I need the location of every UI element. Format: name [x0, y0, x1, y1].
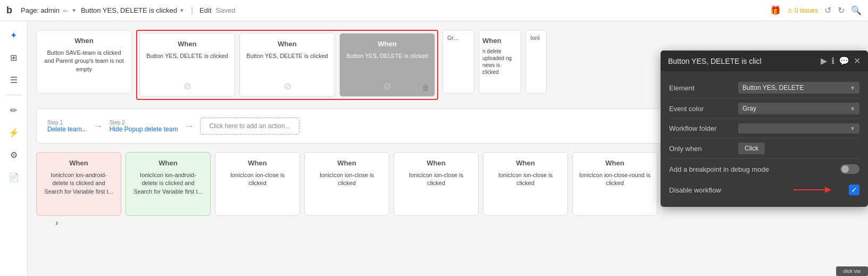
- issues-count: 0 issues: [795, 7, 818, 14]
- element-caret: ▼: [850, 85, 855, 91]
- panel-title: Button YES, DELETE is clicl: [668, 57, 821, 65]
- bottom-card-6[interactable]: When IonicIcon ion-close is clicked: [483, 152, 568, 216]
- bottom-card-4[interactable]: When IonicIcon ion-close is clicked: [304, 152, 389, 216]
- element-select[interactable]: Button YES, DELETE ▼: [738, 82, 859, 94]
- bottom-card-5-body: IonicIcon ion-close is clicked: [400, 171, 472, 188]
- page-selector[interactable]: Page: admin ← ▼: [21, 6, 77, 15]
- breakpoint-row: Add a breakpoint in debug mode: [669, 159, 859, 179]
- sidebar-divider-1: [6, 95, 22, 95]
- search-icon[interactable]: 🔍: [851, 5, 862, 15]
- canvas: When Button SAVE-team is clicked and Par…: [28, 21, 868, 276]
- only-when-click-button[interactable]: Click: [738, 143, 765, 154]
- panel-info-button[interactable]: ℹ: [831, 56, 834, 66]
- bottom-card-7[interactable]: When IonicIcon ion-close-round is clicke…: [572, 152, 657, 216]
- disable-workflow-row: Disable workflow ✓: [669, 179, 859, 200]
- sidebar-item-edit[interactable]: ✏: [4, 101, 23, 120]
- bottom-card-7-body: IonicIcon ion-close-round is clicked: [579, 171, 650, 188]
- bottom-card-1-title: When: [69, 159, 88, 167]
- toggle-knob: [841, 165, 849, 173]
- panel-chat-button[interactable]: 💬: [839, 56, 849, 66]
- event-color-label: Event color: [669, 105, 738, 113]
- workflow-folder-row: Workflow folder ▼: [669, 119, 859, 138]
- ban-icon-3: ⊘: [283, 80, 291, 92]
- workflow-name: Button YES, DELETE is clicked: [81, 6, 177, 14]
- undo-icon[interactable]: ↺: [824, 5, 831, 15]
- workflow-folder-control[interactable]: ▼: [738, 123, 859, 133]
- page-arrow-indicator: ←: [62, 6, 69, 15]
- bottom-card-1[interactable]: When IonicIcon ion-android-delete is cli…: [36, 152, 121, 216]
- sidebar-item-data[interactable]: ☰: [4, 70, 23, 89]
- trash-icon-4[interactable]: 🗑: [422, 83, 429, 92]
- workflow-card-3[interactable]: When Button YES, DELETE is clicked ⊘: [239, 33, 335, 97]
- page-caret: ▼: [71, 7, 77, 13]
- workflow-card-1[interactable]: When Button SAVE-team is clicked and Par…: [36, 30, 132, 94]
- issues-badge[interactable]: ⚠ 0 issues: [787, 7, 818, 14]
- topbar: b Page: admin ← ▼ Button YES, DELETE is …: [0, 0, 868, 21]
- workflow-folder-select[interactable]: ▼: [738, 123, 859, 133]
- bottom-card-1-body: IonicIcon ion-android-delete is clicked …: [43, 171, 114, 196]
- bottom-card-2-title: When: [158, 159, 177, 167]
- sidebar-item-network[interactable]: ⊞: [4, 48, 23, 67]
- bottom-card-5[interactable]: When IonicIcon ion-close is clicked: [394, 152, 479, 216]
- sidebar-item-logs[interactable]: 📄: [4, 168, 23, 187]
- bottom-card-2[interactable]: When IonicIcon ion-android-delete is cli…: [126, 152, 211, 216]
- saved-status: Saved: [216, 6, 236, 14]
- workflow-card-2[interactable]: When Button YES, DELETE is clicked ⊘: [139, 33, 235, 97]
- main-layout: ✦ ⊞ ☰ ✏ ⚡ ⚙ 📄 When Button SAVE-team is c…: [0, 21, 868, 276]
- step-1-name[interactable]: Delete team...: [47, 126, 87, 133]
- breakpoint-toggle[interactable]: [840, 164, 859, 174]
- step-arrow-1: →: [94, 121, 103, 132]
- breakpoint-label: Add a breakpoint in debug mode: [669, 165, 769, 173]
- bottom-card-3-body: IonicIcon ion-close is clicked: [222, 171, 293, 188]
- click-var-note: click Var: [836, 266, 868, 276]
- event-color-select[interactable]: Gray ▼: [738, 103, 859, 114]
- logo: b: [6, 5, 12, 16]
- sidebar-item-settings[interactable]: ⚙: [4, 145, 23, 164]
- scroll-left-icon[interactable]: ›: [55, 218, 58, 228]
- event-color-row: Event color Gray ▼: [669, 98, 859, 119]
- red-arrow-annotation: [794, 185, 836, 195]
- card-3-body: Button YES, DELETE is clicked: [246, 52, 328, 60]
- card-4-title: When: [378, 40, 396, 48]
- separator: |: [191, 6, 193, 15]
- partial-card-far-right: Ioni: [525, 30, 547, 94]
- workflow-card-4[interactable]: When Button YES, DELETE is clicked ⊘ 🗑: [339, 33, 435, 97]
- bottom-card-5-title: When: [427, 159, 445, 167]
- bottom-card-4-body: IonicIcon ion-close is clicked: [311, 171, 382, 188]
- gift-icon[interactable]: 🎁: [770, 5, 781, 15]
- bottom-card-3[interactable]: When IonicIcon ion-close is clicked: [215, 152, 300, 216]
- partial-card-right-body: n delete uploaded ng news is clicked: [482, 48, 518, 76]
- only-when-label: Only when: [669, 145, 738, 153]
- panel-play-button[interactable]: ▶: [821, 56, 827, 66]
- page-label: Page: admin: [21, 6, 60, 14]
- edit-tab[interactable]: Edit: [199, 6, 211, 14]
- disable-workflow-checkbox[interactable]: ✓: [849, 185, 859, 195]
- workflow-caret: ▼: [179, 7, 185, 13]
- panel-close-button[interactable]: ✕: [854, 56, 861, 66]
- step-2-name[interactable]: Hide Popup delete team: [110, 126, 178, 133]
- ban-icon-2: ⊘: [183, 80, 191, 92]
- sidebar: ✦ ⊞ ☰ ✏ ⚡ ⚙ 📄: [0, 21, 28, 276]
- partial-card-gr: Gr...: [443, 30, 474, 94]
- element-row: Element Button YES, DELETE ▼: [669, 78, 859, 98]
- step-arrow-2: →: [184, 121, 194, 132]
- event-color-caret: ▼: [850, 106, 855, 112]
- workflow-dropdown[interactable]: Button YES, DELETE is clicked ▼: [81, 6, 185, 14]
- element-control[interactable]: Button YES, DELETE ▼: [738, 82, 859, 94]
- bottom-card-4-title: When: [337, 159, 356, 167]
- panel-body: Element Button YES, DELETE ▼ Event color…: [661, 71, 868, 207]
- event-color-control[interactable]: Gray ▼: [738, 103, 859, 114]
- topbar-right-controls: 🎁 ⚠ 0 issues ↺ ↻ 🔍: [770, 5, 862, 15]
- only-when-control: Click: [738, 143, 859, 154]
- step-1: Step 1 Delete team...: [47, 120, 87, 133]
- partial-card-right-title: When: [482, 37, 518, 45]
- sidebar-item-design[interactable]: ✦: [4, 26, 23, 45]
- warning-icon: ⚠: [787, 7, 793, 14]
- redo-icon[interactable]: ↻: [838, 5, 845, 15]
- sidebar-item-plugin[interactable]: ⚡: [4, 123, 23, 142]
- card-1-title: When: [74, 37, 93, 45]
- card-2-body: Button YES, DELETE is clicked: [146, 52, 228, 60]
- card-1-body: Button SAVE-team is clicked and Parent g…: [43, 49, 125, 73]
- add-action-button[interactable]: Click here to add an action...: [200, 118, 299, 135]
- card-2-title: When: [178, 40, 196, 48]
